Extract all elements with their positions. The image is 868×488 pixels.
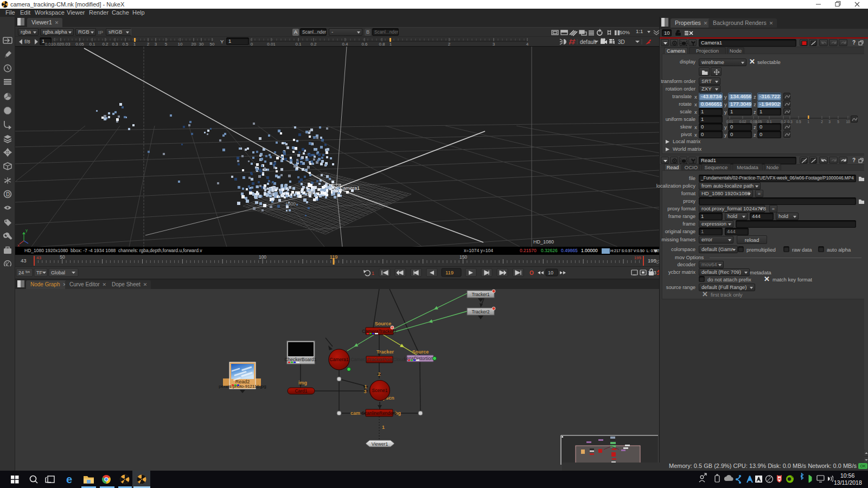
svg-text:2: 2: [821, 120, 823, 124]
svg-text:43: 43: [36, 255, 41, 260]
svg-text:3: 3: [363, 389, 366, 394]
svg-text:Tracker2: Tracker2: [471, 309, 489, 314]
svg-text:5: 5: [837, 120, 839, 124]
svg-text:0.6: 0.6: [361, 42, 368, 47]
svg-text:D: D: [6, 191, 10, 197]
svg-text:O: O: [529, 270, 534, 276]
svg-text:24: 24: [18, 270, 24, 275]
svg-text:4: 4: [526, 42, 529, 47]
svg-text:Camera1: Camera1: [330, 357, 349, 362]
svg-text:Scene1: Scene1: [372, 388, 388, 393]
svg-text:0.4: 0.4: [342, 42, 348, 47]
svg-text:119: 119: [330, 255, 337, 260]
svg-text:0.5: 0.5: [796, 120, 801, 124]
svg-text:150: 150: [459, 255, 467, 260]
svg-text:3D: 3D: [618, 39, 625, 45]
svg-text:Source: Source: [375, 321, 392, 326]
svg-text:Tracker1: Tracker1: [471, 292, 489, 297]
svg-text:1000: 1000: [285, 201, 296, 207]
svg-text:1: 1: [807, 120, 809, 124]
svg-text:195: 195: [648, 258, 656, 264]
svg-text:0.01: 0.01: [267, 42, 276, 47]
svg-text:100: 100: [259, 255, 266, 260]
svg-text:y: y: [25, 228, 28, 233]
svg-text:HD_1080: HD_1080: [533, 239, 554, 245]
svg-text:CheckerBoard1: CheckerBoard1: [284, 357, 316, 362]
svg-text:default: default: [580, 39, 596, 45]
svg-text:0.1: 0.1: [295, 42, 302, 47]
svg-text:2: 2: [378, 371, 380, 377]
svg-text:TF: TF: [36, 270, 42, 275]
svg-text:3: 3: [493, 42, 495, 47]
svg-text:Camera1: Camera1: [340, 185, 360, 191]
svg-text:43: 43: [21, 258, 27, 264]
svg-text:119: 119: [445, 269, 454, 275]
svg-text:Source: Source: [412, 349, 429, 355]
svg-text:pexels-photo-912110.jpg: pexels-photo-912110.jpg: [219, 384, 266, 389]
svg-text:x: x: [17, 243, 20, 247]
svg-text:Card1: Card1: [295, 388, 307, 394]
svg-text:ScanlineRender1: ScanlineRender1: [361, 410, 397, 416]
svg-text:0.2: 0.2: [310, 42, 317, 47]
svg-text:Global: Global: [51, 270, 65, 275]
svg-text:e: e: [66, 473, 72, 485]
svg-text:3: 3: [828, 120, 831, 124]
svg-text:cam: cam: [350, 410, 360, 416]
svg-text:img: img: [298, 380, 307, 386]
svg-text:Viewer1: Viewer1: [372, 441, 388, 447]
svg-text:100: 100: [306, 190, 314, 195]
svg-text:Tracker: Tracker: [376, 349, 394, 355]
svg-text:1: 1: [372, 271, 374, 276]
svg-text:1: 1: [382, 425, 385, 430]
svg-text:fps: fps: [25, 270, 30, 273]
svg-text:50: 50: [60, 255, 65, 260]
svg-text:CameraTrackerPointCloud1: CameraTrackerPointCloud1: [350, 357, 407, 362]
svg-text:10: 10: [846, 120, 850, 124]
svg-text:0: 0: [251, 42, 253, 47]
svg-text:1: 1: [390, 42, 392, 47]
svg-text:195: 195: [634, 255, 642, 260]
svg-text:10: 10: [548, 270, 553, 275]
svg-text:2: 2: [448, 42, 451, 47]
svg-text:0.8: 0.8: [379, 42, 385, 47]
